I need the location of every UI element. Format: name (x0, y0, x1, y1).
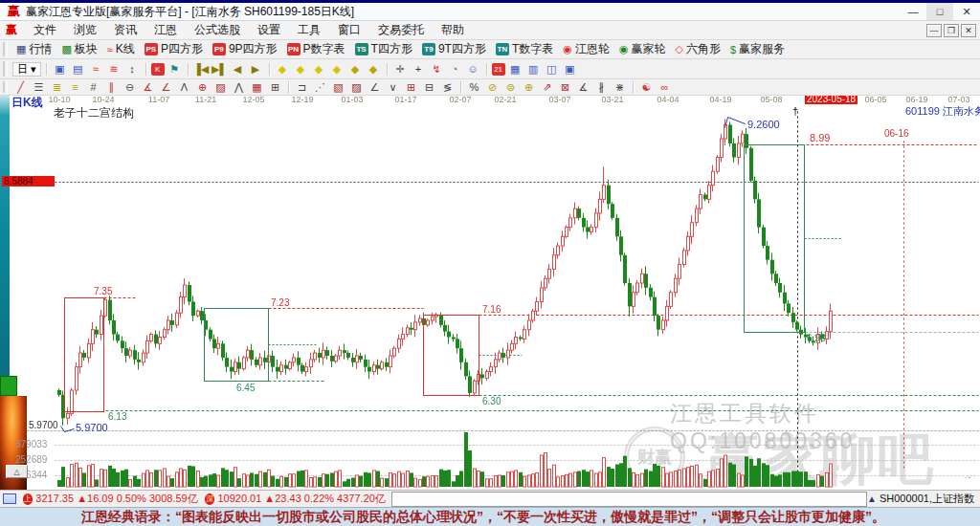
menu-item-gann[interactable]: 江恩 (145, 20, 186, 40)
close-button[interactable]: ✕ (953, 3, 980, 20)
calculator-icon[interactable]: ▦ (507, 62, 523, 77)
infinity-icon[interactable]: ∞ (657, 80, 673, 95)
percent-icon[interactable]: % (466, 80, 482, 95)
trend-wave-icon[interactable]: ≋ (106, 62, 122, 77)
vee-icon[interactable]: ∨ (385, 80, 401, 95)
pattern-icon[interactable]: ◔ (447, 62, 463, 77)
menu-item-news[interactable]: 资讯 (105, 20, 145, 40)
crosshair-icon[interactable]: + (411, 62, 427, 77)
keyboard-icon[interactable] (3, 493, 16, 504)
calendar-21-icon[interactable]: 21 (492, 63, 505, 76)
gann-comb3-icon[interactable]: ≡ (67, 80, 83, 95)
gann-fan-icon[interactable]: ∠ (158, 80, 174, 95)
toolbar-kline-button[interactable]: ≈K线 (102, 40, 140, 58)
notes-icon[interactable]: ▤ (70, 62, 86, 77)
k-style-icon[interactable]: K (151, 63, 165, 76)
circle-tool-icon[interactable]: ⊖ (122, 80, 138, 95)
save-icon[interactable]: ◫ (544, 62, 560, 77)
hand-tool-icon[interactable]: ✛ (392, 62, 409, 77)
gann-diamond-6-icon[interactable]: ◆ (366, 62, 382, 77)
toolbar-sectors-button[interactable]: ▩板块 (56, 40, 101, 58)
parallel-icon[interactable]: ∥ (103, 80, 120, 95)
menu-item-tools[interactable]: 工具 (289, 20, 329, 40)
menu-item-file[interactable]: 文件 (25, 20, 65, 40)
shade1-icon[interactable]: ▧ (330, 80, 346, 95)
zigzag-icon[interactable]: ↯ (429, 62, 445, 77)
toolbar-9p-square-button[interactable]: P99P四方形 (208, 40, 282, 58)
menu-item-trade-entrust[interactable]: 交易委托 (369, 20, 433, 40)
period-selector[interactable]: 日 ▾ (12, 62, 41, 77)
ruler-icon[interactable]: # (85, 80, 101, 95)
minimize-button[interactable]: — (900, 3, 926, 20)
volume-pane-toggle-button[interactable]: △ (6, 465, 28, 478)
arrow-tool-icon[interactable]: ⇗ (539, 80, 555, 95)
goto-first-icon[interactable]: ▐◀ (193, 62, 210, 77)
target-icon[interactable]: ⊕ (194, 80, 211, 95)
gann-quote-bar: 江恩经典语录：“图表能反映出一切股市或公司股民的总体心理状况”，“不要一次性买进… (0, 507, 980, 526)
toolbar-hexagon-button[interactable]: ◇六角形 (671, 40, 725, 58)
angle3-icon[interactable]: ∡ (575, 80, 591, 95)
goto-last-icon[interactable]: ▶▌ (212, 62, 228, 77)
szse-index-quote[interactable]: 10920.01 ▲23.43 0.22% 4377.20亿 (217, 492, 385, 506)
maximize-button[interactable]: □ (926, 3, 953, 20)
yinyang-icon[interactable]: ☯ (638, 80, 655, 95)
menu-item-settings[interactable]: 设置 (249, 20, 289, 40)
clip-icon[interactable]: ⊐ (294, 80, 310, 95)
fib-fan-icon[interactable]: ∡ (140, 80, 156, 95)
gann-comb-icon[interactable]: ☰ (31, 80, 47, 95)
nparallel-icon[interactable]: ∦ (593, 80, 610, 95)
mdi-close-button[interactable]: ✕ (961, 24, 976, 37)
toolbar-t-number-table-button[interactable]: TNT数字表 (491, 40, 558, 58)
rays-icon[interactable]: ⋰ (312, 80, 328, 95)
bigrid2-icon[interactable]: ⊟ (421, 80, 437, 95)
truck-icon[interactable]: ▣ (562, 62, 578, 77)
sse-index-quote[interactable]: 3217.35 ▲16.09 0.50% 3008.59亿 (35, 492, 197, 506)
gann-diamond-4-icon[interactable]: ◆ (329, 62, 345, 77)
current-symbol-label[interactable]: ▲ SH000001,上证指数 (867, 492, 974, 506)
toolbar-t-square-button[interactable]: TST四方形 (350, 40, 417, 58)
toolbar-9t-square-button[interactable]: T99T四方形 (417, 40, 491, 58)
toolbar-winner-wheel-button[interactable]: ◉赢家轮 (614, 40, 671, 58)
angles-icon[interactable]: ⋀ (231, 80, 247, 95)
prev-bar-icon[interactable]: ◀ (230, 62, 246, 77)
angle2-icon[interactable]: ∠ (367, 80, 383, 95)
data-grid-icon[interactable]: ▥ (525, 62, 542, 77)
updown-icon[interactable]: ↕ (124, 62, 141, 77)
face-icon[interactable]: ☺ (465, 62, 481, 77)
toolbar-gann-wheel-button[interactable]: ◉江恩轮 (558, 40, 614, 58)
mdi-restore-button[interactable]: ❐ (944, 24, 959, 37)
toolbar-p-number-table-button[interactable]: PNP数字表 (282, 40, 350, 58)
trend-line-icon[interactable]: ≈ (88, 62, 104, 77)
bigrid-icon[interactable]: ⊞ (403, 80, 419, 95)
lines-icon[interactable]: ≶ (439, 80, 456, 95)
toolbar-quotes-button[interactable]: ▦行情 (11, 40, 56, 58)
gann-comb2-icon[interactable]: ≣ (49, 80, 65, 95)
flag-icon[interactable]: ⚑ (167, 62, 183, 77)
menu-item-window[interactable]: 窗口 (329, 20, 369, 40)
wave-a-icon[interactable]: Λ (176, 80, 192, 95)
circ-plus-icon[interactable]: ⊕ (521, 80, 537, 95)
xbox-icon[interactable]: ⊠ (557, 80, 573, 95)
news-ticker[interactable] (391, 492, 867, 507)
circ-div-icon[interactable]: ⊘ (484, 80, 501, 95)
aster-icon[interactable]: ⋇ (612, 80, 628, 95)
shade2-icon[interactable]: ▨ (348, 80, 365, 95)
grid-tool-icon[interactable]: ▦ (249, 80, 265, 95)
box-shade-icon[interactable]: ▨ (212, 80, 229, 95)
grid-tool2-icon[interactable]: ⊞ (267, 80, 283, 95)
pencil-icon[interactable]: ╱ (12, 80, 29, 95)
gann-diamond-1-icon[interactable]: ◆ (275, 62, 291, 77)
window-view-icon[interactable]: ▣ (52, 62, 68, 77)
next-bar-icon[interactable]: ▶ (248, 62, 264, 77)
gann-diamond-5-icon[interactable]: ◆ (347, 62, 364, 77)
menu-item-help[interactable]: 帮助 (433, 20, 473, 40)
toolbar-winner-service-button[interactable]: $赢家服务 (725, 40, 790, 58)
gann-diamond-2-icon[interactable]: ◆ (293, 62, 309, 77)
circ-eq-icon[interactable]: ⊜ (502, 80, 519, 95)
9t-square-label: 9T四方形 (438, 41, 486, 57)
gann-diamond-3-icon[interactable]: ◆ (311, 62, 327, 77)
toolbar-p-square-button[interactable]: PSP四方形 (140, 40, 208, 58)
mdi-minimize-button[interactable]: — (926, 24, 942, 37)
menu-item-browse[interactable]: 浏览 (65, 20, 105, 40)
menu-item-formula-stock-pick[interactable]: 公式选股 (186, 20, 249, 40)
